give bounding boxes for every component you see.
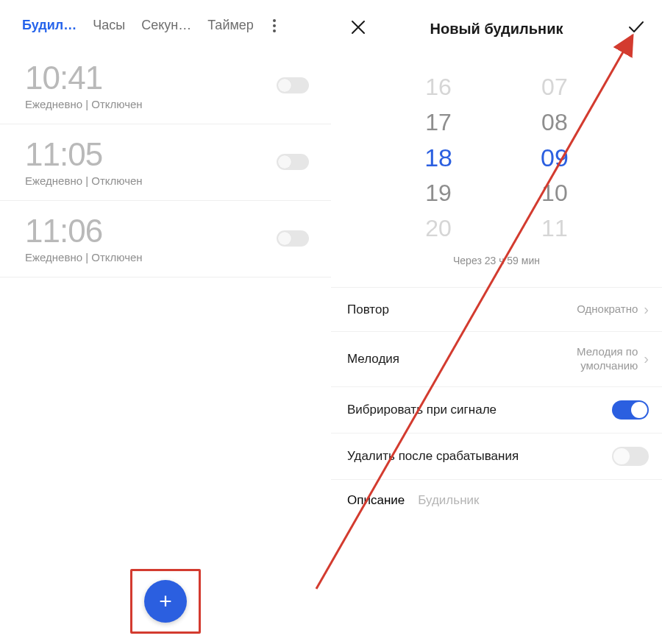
- new-alarm-header: Новый будильник: [331, 7, 662, 47]
- picker-item: 11: [541, 210, 569, 246]
- picker-item: 19: [424, 175, 452, 210]
- description-placeholder: Будильник: [418, 493, 479, 508]
- alarm-subtitle: Ежедневно | Отключен: [25, 174, 143, 187]
- picker-item: 17: [424, 105, 452, 140]
- row-label: Вибрировать при сигнале: [347, 403, 496, 417]
- add-alarm-fab[interactable]: +: [144, 580, 187, 623]
- alarm-toggle[interactable]: [277, 154, 309, 170]
- alarm-settings-list: Повтор Однократно › Мелодия Мелодия по у…: [331, 287, 662, 521]
- ringtone-row[interactable]: Мелодия Мелодия по умолчанию ›: [331, 332, 662, 387]
- picker-item: 07: [541, 69, 569, 105]
- tab-stopwatch[interactable]: Секун…: [141, 18, 191, 33]
- picker-item-selected: 09: [541, 140, 569, 175]
- alarm-time: 11:05: [25, 136, 143, 173]
- more-menu-icon[interactable]: [273, 19, 276, 32]
- picker-item: 20: [424, 210, 452, 246]
- alarm-toggle[interactable]: [277, 230, 309, 247]
- tab-clock[interactable]: Часы: [93, 18, 125, 33]
- row-label: Описание: [347, 493, 405, 508]
- vibrate-toggle[interactable]: [612, 400, 649, 420]
- minute-picker-col[interactable]: 07 08 09 10 11: [541, 69, 569, 246]
- page-title: Новый будильник: [430, 21, 563, 38]
- alarm-list-screen: Будил… Часы Секун… Таймер 10:41 Ежедневн…: [0, 0, 331, 644]
- row-label: Мелодия: [347, 352, 399, 367]
- tab-alarm[interactable]: Будил…: [22, 18, 76, 33]
- repeat-row[interactable]: Повтор Однократно ›: [331, 288, 662, 332]
- picker-item: 10: [541, 175, 569, 210]
- plus-icon: +: [159, 589, 172, 614]
- tabs-bar: Будил… Часы Секун… Таймер: [0, 7, 331, 48]
- alarm-row[interactable]: 11:05 Ежедневно | Отключен: [0, 124, 331, 201]
- row-label: Повтор: [347, 302, 389, 317]
- picker-item: 08: [541, 105, 569, 140]
- time-until-text: Через 23 ч 59 мин: [331, 255, 662, 287]
- alarm-toggle[interactable]: [277, 77, 309, 93]
- picker-item-selected: 18: [424, 140, 452, 175]
- delete-after-toggle[interactable]: [612, 447, 649, 466]
- confirm-check-icon[interactable]: [627, 18, 646, 40]
- alarm-time: 11:06: [25, 213, 143, 250]
- alarm-row[interactable]: 11:06 Ежедневно | Отключен: [0, 201, 331, 277]
- delete-after-row: Удалить после срабатывания: [331, 434, 662, 480]
- row-label: Удалить после срабатывания: [347, 449, 519, 464]
- chevron-right-icon: ›: [644, 350, 649, 367]
- alarm-time: 10:41: [25, 60, 143, 96]
- alarm-row[interactable]: 10:41 Ежедневно | Отключен: [0, 48, 331, 124]
- time-picker[interactable]: 16 17 18 19 20 07 08 09 10 11: [331, 47, 662, 255]
- annotation-highlight: +: [130, 569, 201, 634]
- alarm-subtitle: Ежедневно | Отключен: [25, 98, 143, 110]
- description-row[interactable]: Описание Будильник: [331, 480, 662, 521]
- picker-item: 16: [424, 69, 452, 105]
- vibrate-row: Вибрировать при сигнале: [331, 387, 662, 434]
- row-value: Мелодия по умолчанию: [535, 345, 638, 373]
- close-icon[interactable]: [350, 19, 366, 38]
- tab-timer[interactable]: Таймер: [207, 18, 254, 33]
- row-value: Однократно: [577, 302, 638, 316]
- new-alarm-screen: Новый будильник 16 17 18 19 20 07 08 09 …: [331, 0, 662, 644]
- hour-picker-col[interactable]: 16 17 18 19 20: [424, 69, 452, 246]
- chevron-right-icon: ›: [644, 301, 649, 318]
- alarm-subtitle: Ежедневно | Отключен: [25, 251, 143, 263]
